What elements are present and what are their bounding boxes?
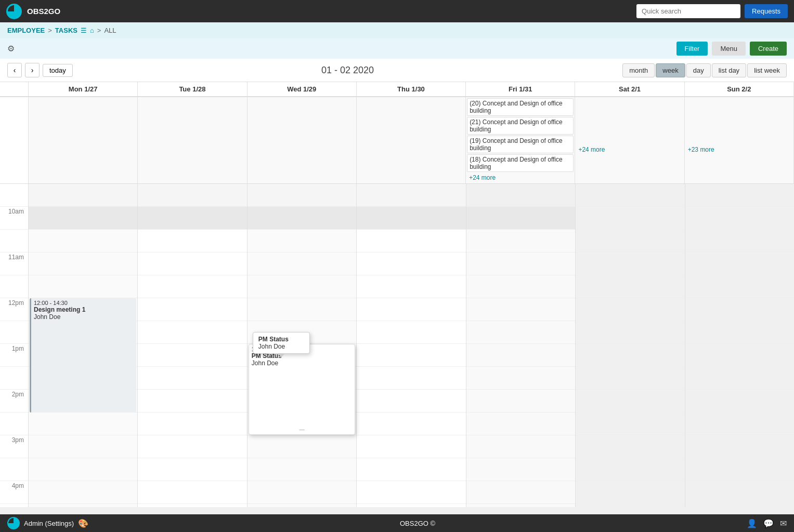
event-person-pm: John Doe: [252, 360, 352, 367]
time-label-11am: 11am: [0, 252, 28, 275]
day-header-thu: Thu 1/30: [357, 82, 466, 96]
time-label-1pm: 1pm: [0, 344, 28, 367]
allday-event-fri-1[interactable]: (20) Concept and Design of office buildi…: [467, 98, 574, 116]
copyright-text: OBS2GO ©: [400, 520, 435, 527]
day-header-fri: Fri 1/31: [466, 82, 575, 96]
day-col-sun: [685, 184, 794, 507]
calendar-header: ‹ › today 01 - 02 2020 month week day li…: [0, 59, 794, 82]
bottom-logo: [7, 517, 20, 529]
chat-icon[interactable]: 💬: [763, 518, 774, 528]
time-label-2pm: 2pm: [0, 390, 28, 413]
person-icon[interactable]: 👤: [747, 518, 757, 528]
allday-sat: +24 more: [575, 97, 684, 183]
day-col-tue: [138, 184, 247, 507]
allday-tue: [138, 97, 247, 183]
allday-fri: (20) Concept and Design of office buildi…: [466, 97, 575, 183]
filter-button[interactable]: Filter: [676, 42, 708, 56]
event-design-meeting[interactable]: 12:00 - 14:30 Design meeting 1 John Doe: [30, 298, 136, 413]
view-tabs: month week day list day list week: [622, 63, 787, 77]
color-palette-icon: 🎨: [78, 518, 88, 528]
day-header-mon: Mon 1/27: [29, 82, 138, 96]
time-label-4pm: 4pm: [0, 481, 28, 504]
day-headers-row: Mon 1/27 Tue 1/28 Wed 1/29 Thu 1/30 Fri …: [0, 82, 794, 97]
event-title: Design meeting 1: [34, 306, 134, 313]
menu-button[interactable]: Menu: [712, 42, 746, 56]
bottom-left: Admin (Settings) 🎨: [7, 517, 88, 529]
app-title: OBS2GO: [27, 7, 60, 16]
allday-event-fri-3[interactable]: (19) Concept and Design of office buildi…: [467, 136, 574, 153]
mail-icon[interactable]: ✉: [780, 518, 787, 528]
event-pm-status[interactable]: 13:30 - 15:30 PM Status John Doe —: [249, 344, 355, 435]
allday-mon: [29, 97, 138, 183]
toolbar-left: ⚙: [7, 44, 15, 54]
next-button[interactable]: ›: [25, 63, 40, 77]
time-label-3pm: 3pm: [0, 435, 28, 458]
time-header-spacer: [0, 82, 29, 96]
time-label-10am: 10am: [0, 207, 28, 230]
search-input[interactable]: [636, 4, 740, 18]
list-icon: ☰: [81, 26, 87, 34]
day-columns: 12:00 - 14:30 Design meeting 1 John Doe: [29, 184, 794, 507]
more-link-sun[interactable]: +23 more: [686, 145, 792, 154]
nav-right: Requests: [636, 4, 788, 18]
day-col-thu: [357, 184, 466, 507]
tab-week[interactable]: week: [656, 63, 685, 77]
tab-list-day[interactable]: list day: [712, 63, 746, 77]
app-logo: [6, 4, 22, 19]
time-grid: 10am 11am 12pm 1pm 2pm 3pm 4pm 5pm 6pm 7…: [0, 184, 794, 507]
event-expand-icon: —: [249, 427, 355, 432]
toolbar: ⚙ Filter Menu Create: [0, 38, 794, 59]
breadcrumb-sep1: >: [48, 26, 52, 34]
allday-sun: +23 more: [685, 97, 794, 183]
more-link-sat[interactable]: +24 more: [576, 145, 683, 154]
admin-label[interactable]: Admin (Settings): [24, 520, 74, 527]
allday-event-fri-4[interactable]: (18) Concept and Design of office buildi…: [467, 154, 574, 172]
requests-button[interactable]: Requests: [745, 4, 788, 18]
allday-row: (20) Concept and Design of office buildi…: [0, 97, 794, 184]
bottom-bar: Admin (Settings) 🎨 OBS2GO © 👤 💬 ✉: [0, 514, 794, 532]
allday-event-fri-2[interactable]: (21) Concept and Design of office buildi…: [467, 117, 574, 135]
breadcrumb-employee[interactable]: EMPLOYEE: [7, 26, 45, 34]
breadcrumb-tasks[interactable]: TASKS: [55, 26, 77, 34]
toolbar-right: Filter Menu Create: [676, 42, 787, 56]
time-labels: 10am 11am 12pm 1pm 2pm 3pm 4pm 5pm 6pm 7…: [0, 184, 29, 507]
popup-title: PM Status: [258, 336, 304, 343]
day-header-sun: Sun 2/2: [685, 82, 794, 96]
breadcrumb-all: ALL: [104, 26, 116, 34]
day-header-sat: Sat 2/1: [575, 82, 684, 96]
event-person: John Doe: [34, 313, 134, 321]
bottom-right: 👤 💬 ✉: [747, 518, 787, 528]
allday-thu: [357, 97, 466, 183]
day-header-tue: Tue 1/28: [138, 82, 247, 96]
today-button[interactable]: today: [43, 64, 73, 77]
tab-day[interactable]: day: [686, 63, 711, 77]
day-col-sat: [576, 184, 685, 507]
nav-left: OBS2GO: [6, 4, 60, 19]
day-col-fri: [466, 184, 576, 507]
popup-person: John Doe: [258, 343, 304, 350]
bottom-center: OBS2GO ©: [400, 520, 435, 527]
more-link-fri[interactable]: +24 more: [467, 173, 574, 182]
calendar-title: 01 - 02 2020: [321, 65, 374, 76]
create-button[interactable]: Create: [750, 42, 787, 56]
tab-month[interactable]: month: [622, 63, 655, 77]
day-col-mon: 12:00 - 14:30 Design meeting 1 John Doe: [29, 184, 138, 507]
top-navigation: OBS2GO Requests: [0, 0, 794, 22]
calendar-navigation: ‹ › today: [7, 63, 73, 77]
allday-wed: [248, 97, 357, 183]
breadcrumb: EMPLOYEE > TASKS ☰ ⌂ > ALL: [0, 22, 794, 38]
event-popup-small[interactable]: PM Status John Doe: [253, 332, 310, 354]
home-icon[interactable]: ⌂: [90, 26, 94, 34]
breadcrumb-sep2: >: [97, 26, 101, 34]
prev-button[interactable]: ‹: [7, 63, 22, 77]
day-col-wed: PM Status John Doe 13:30 - 15:30 PM Stat…: [248, 184, 357, 507]
event-time: 12:00 - 14:30: [34, 300, 134, 306]
day-header-wed: Wed 1/29: [248, 82, 357, 96]
time-label-12pm: 12pm: [0, 298, 28, 321]
settings-icon[interactable]: ⚙: [7, 44, 15, 54]
tab-list-week[interactable]: list week: [747, 63, 787, 77]
